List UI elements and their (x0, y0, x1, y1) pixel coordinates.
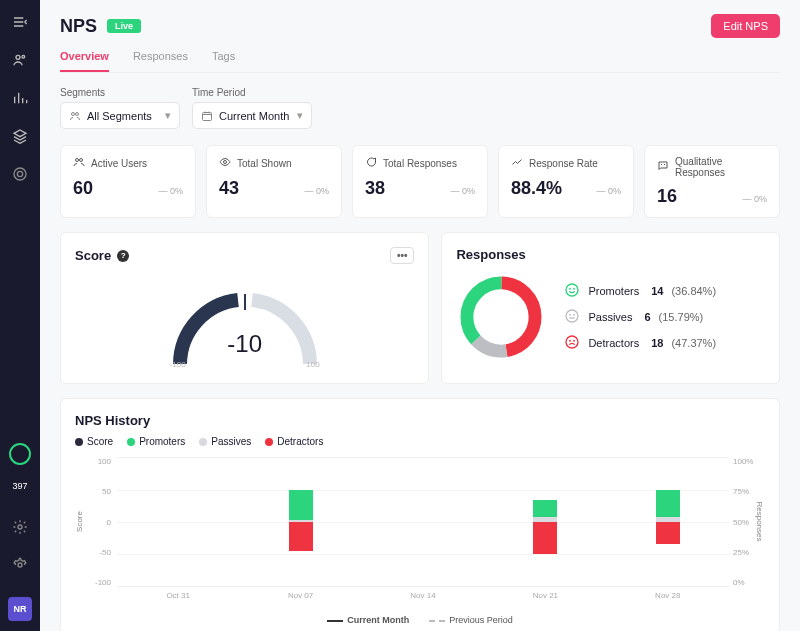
more-button[interactable]: ••• (390, 247, 415, 264)
svg-point-6 (72, 112, 75, 115)
segments-value: All Segments (87, 110, 152, 122)
bar-group (166, 458, 190, 586)
stat-value: 88.4% (511, 178, 562, 199)
svg-point-23 (570, 340, 571, 341)
stats-row: Active Users60— 0%Total Shown43— 0%Total… (60, 145, 780, 218)
hist-legend-item: Passives (199, 436, 251, 447)
svg-point-10 (80, 159, 83, 162)
calendar-icon (201, 110, 213, 122)
main-content: NPS Live Edit NPS Overview Responses Tag… (40, 0, 800, 631)
layers-nav-icon[interactable] (8, 124, 32, 148)
legend-row: Detractors18 (47.37%) (564, 334, 716, 352)
status-badge: Live (107, 19, 141, 33)
svg-point-5 (18, 563, 22, 567)
stat-label: Response Rate (529, 158, 598, 169)
progress-ring-icon[interactable] (9, 443, 31, 465)
face-icon (564, 334, 580, 352)
score-value: -10 (227, 330, 262, 358)
stat-value: 16 (657, 186, 677, 207)
svg-point-20 (570, 314, 571, 315)
bar-group (533, 458, 557, 586)
legend-pct: (15.79%) (659, 311, 704, 323)
tab-tags[interactable]: Tags (212, 50, 235, 72)
svg-point-24 (574, 340, 575, 341)
progress-ring-value: 397 (12, 481, 27, 491)
legend-name: Passives (588, 311, 632, 323)
svg-point-7 (76, 112, 79, 115)
y-tick: 75% (733, 487, 761, 496)
y-tick: 100 (89, 457, 111, 466)
y-tick: -100 (89, 578, 111, 587)
hist-legend-item: Detractors (265, 436, 323, 447)
x-tick: Nov 14 (410, 591, 435, 600)
stat-card: Response Rate88.4%— 0% (498, 145, 634, 218)
tab-overview[interactable]: Overview (60, 50, 109, 72)
stat-delta: — 0% (450, 186, 475, 196)
stat-value: 43 (219, 178, 239, 199)
hist-legend-item: Promoters (127, 436, 185, 447)
user-avatar[interactable]: NR (8, 597, 32, 621)
analytics-nav-icon[interactable] (8, 86, 32, 110)
stat-card: Active Users60— 0% (60, 145, 196, 218)
svg-point-3 (17, 171, 22, 176)
responses-panel: Responses Promoters14 (36.84%)Passives6 … (441, 232, 780, 384)
edit-nps-button[interactable]: Edit NPS (711, 14, 780, 38)
y-tick: 0 (89, 518, 111, 527)
face-icon (564, 308, 580, 326)
stat-value: 38 (365, 178, 385, 199)
x-tick: Nov 21 (533, 591, 558, 600)
users-icon (73, 156, 85, 170)
stat-value: 60 (73, 178, 93, 199)
filters-row: Segments All Segments ▾ Time Period Curr… (60, 87, 780, 129)
svg-point-18 (574, 288, 575, 289)
legend-count: 14 (651, 285, 663, 297)
chevron-down-icon: ▾ (165, 109, 171, 122)
svg-point-4 (18, 525, 22, 529)
page-title: NPS (60, 16, 97, 37)
settings2-gear-icon[interactable] (8, 553, 32, 577)
svg-point-11 (224, 161, 227, 164)
stat-delta: — 0% (742, 194, 767, 204)
stat-label: Total Shown (237, 158, 291, 169)
sidebar: 397 NR (0, 0, 40, 631)
history-panel: NPS History ScorePromotersPassivesDetrac… (60, 398, 780, 631)
svg-point-22 (566, 336, 578, 348)
history-legend: ScorePromotersPassivesDetractors (75, 436, 765, 447)
x-tick: Oct 31 (166, 591, 190, 600)
settings-gear-icon[interactable] (8, 515, 32, 539)
x-tick: Nov 28 (655, 591, 680, 600)
target-nav-icon[interactable] (8, 162, 32, 186)
hist-legend-item: Score (75, 436, 113, 447)
responses-donut-chart (456, 272, 546, 362)
svg-rect-8 (203, 112, 212, 120)
users-nav-icon[interactable] (8, 48, 32, 72)
stat-delta: — 0% (304, 186, 329, 196)
stat-card: Total Responses38— 0% (352, 145, 488, 218)
y-tick: 0% (733, 578, 761, 587)
svg-point-21 (574, 314, 575, 315)
svg-point-19 (566, 310, 578, 322)
stat-delta: — 0% (596, 186, 621, 196)
period-dropdown[interactable]: Current Month ▾ (192, 102, 312, 129)
menu-toggle-icon[interactable] (8, 10, 32, 34)
x-tick: Nov 07 (288, 591, 313, 600)
y-tick: 100% (733, 457, 761, 466)
legend-count: 18 (651, 337, 663, 349)
segments-dropdown[interactable]: All Segments ▾ (60, 102, 180, 129)
segments-icon (69, 110, 81, 122)
legend-name: Promoters (588, 285, 639, 297)
legend-name: Detractors (588, 337, 639, 349)
y-tick: -50 (89, 548, 111, 557)
y-left-axis-label: Score (75, 511, 84, 532)
score-max: 100 (306, 360, 319, 369)
page-header: NPS Live Edit NPS (60, 14, 780, 38)
history-title: NPS History (75, 413, 150, 428)
y-tick: 50 (89, 487, 111, 496)
svg-point-1 (22, 55, 25, 58)
help-icon[interactable]: ? (117, 250, 129, 262)
gauge-chart (160, 274, 330, 374)
tab-responses[interactable]: Responses (133, 50, 188, 72)
face-icon (564, 282, 580, 300)
svg-point-17 (570, 288, 571, 289)
stat-card: Qualitative Responses16— 0% (644, 145, 780, 218)
